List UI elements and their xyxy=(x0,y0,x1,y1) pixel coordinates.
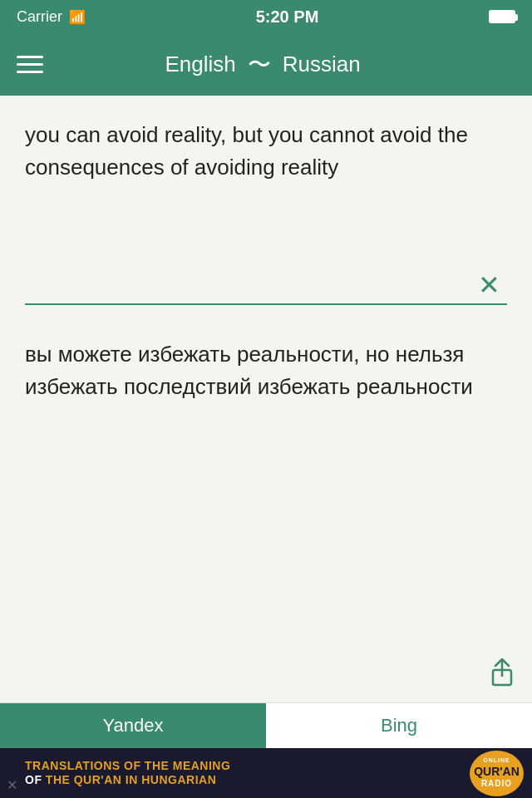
hamburger-line-1 xyxy=(17,56,43,58)
status-bar: Carrier 📶 5:20 PM xyxy=(0,0,532,33)
close-ad-button[interactable]: ✕ xyxy=(7,777,17,793)
hamburger-line-2 xyxy=(17,63,43,66)
ad-text: TRANSLATIONS OF THE MEANING OF THE QUR'A… xyxy=(25,759,470,787)
menu-button[interactable] xyxy=(17,56,43,73)
bing-tab[interactable]: Bing xyxy=(266,703,532,748)
battery-icon xyxy=(489,10,515,23)
segmented-control: Yandex Bing xyxy=(0,702,532,748)
share-button[interactable] xyxy=(489,658,515,694)
ad-highlight: THE QUR'AN xyxy=(46,773,122,786)
translation-input[interactable] xyxy=(25,275,471,297)
ad-logo-radio: RADIO xyxy=(481,779,512,789)
share-icon xyxy=(489,658,515,688)
battery-fill xyxy=(490,12,514,22)
language-selector: English 〜 Russian xyxy=(165,49,360,81)
source-language[interactable]: English xyxy=(165,52,235,77)
translation-text: вы можете избежать реальности, но нельзя… xyxy=(25,338,507,403)
source-text: you can avoid reality, but you cannot av… xyxy=(25,119,507,184)
ad-logo: ONLINE QUR'AN RADIO xyxy=(470,751,524,796)
ad-logo-quran: QUR'AN xyxy=(474,765,520,779)
translation-section: вы можете избежать реальности, но нельзя… xyxy=(0,322,532,702)
main-content: you can avoid reality, but you cannot av… xyxy=(0,96,532,702)
time-display: 5:20 PM xyxy=(256,7,319,27)
clear-icon: ✕ xyxy=(478,270,500,300)
divider-area xyxy=(0,305,532,322)
ad-title-line1: TRANSLATIONS OF THE MEANING xyxy=(25,759,470,773)
target-language[interactable]: Russian xyxy=(283,52,361,77)
hamburger-line-3 xyxy=(17,71,43,73)
carrier-text: Carrier xyxy=(17,8,62,26)
ad-title-line2: OF THE QUR'AN IN HUNGARIAN xyxy=(25,773,470,787)
header: English 〜 Russian xyxy=(0,33,532,96)
input-row: ✕ xyxy=(0,262,532,303)
clear-button[interactable]: ✕ xyxy=(471,268,507,303)
carrier-info: Carrier 📶 xyxy=(17,8,86,26)
swap-languages-icon[interactable]: 〜 xyxy=(248,49,271,81)
battery-indicator xyxy=(489,10,515,23)
ad-banner[interactable]: ✕ TRANSLATIONS OF THE MEANING OF THE QUR… xyxy=(0,748,532,798)
yandex-tab[interactable]: Yandex xyxy=(0,703,266,748)
ad-logo-online: ONLINE xyxy=(483,757,510,764)
source-section: you can avoid reality, but you cannot av… xyxy=(0,96,532,262)
wifi-icon: 📶 xyxy=(69,9,86,25)
